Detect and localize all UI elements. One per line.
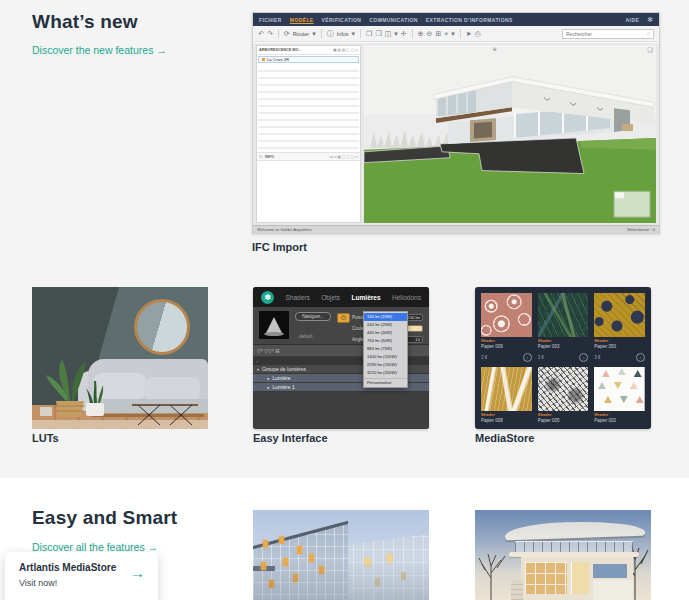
caret-down-icon[interactable]: ▾ bbox=[352, 30, 356, 37]
menu-aide[interactable]: AIDE bbox=[626, 17, 640, 23]
3d-viewport[interactable]: ⊕ bbox=[364, 45, 656, 223]
menu-extraction[interactable]: EXTRACTION D'INFORMATIONS bbox=[426, 17, 513, 23]
redo-icon[interactable]: ↷ bbox=[267, 30, 273, 37]
tree-panel-icons[interactable]: ▦ ▧ ▨ ▢ ▢ ▭ bbox=[333, 48, 358, 52]
building-photo[interactable] bbox=[253, 510, 429, 600]
info-icon[interactable]: ⓘ bbox=[327, 30, 334, 37]
tile-meta: 3 € ↓ bbox=[538, 351, 589, 364]
wallpaper-swatch bbox=[594, 293, 645, 337]
target-icon[interactable]: ⌖ bbox=[444, 30, 448, 37]
tab-shaders[interactable]: Shaders bbox=[286, 294, 310, 301]
bullet-icon: ● bbox=[267, 385, 269, 390]
light-preview bbox=[259, 311, 289, 339]
caret-down-icon[interactable]: ▾ bbox=[394, 30, 398, 37]
menu-fichier[interactable]: FICHIER bbox=[259, 17, 282, 23]
browse-button[interactable]: Naviguer... bbox=[295, 312, 331, 321]
toolbar-divider bbox=[460, 29, 461, 38]
tab-objets[interactable]: Objets bbox=[321, 294, 340, 301]
status-bar: Welcome to Galibri Anywhere Sélectionné … bbox=[253, 225, 659, 233]
power-button[interactable]: ⏻ bbox=[337, 313, 350, 323]
dropdown-option[interactable]: 750 lm (60W) bbox=[364, 337, 407, 345]
toast-title: Artlantis MediaStore bbox=[19, 562, 116, 573]
mediastore-tile[interactable]: Shader Papier 050 3 € ↓ bbox=[594, 293, 645, 367]
tile-name: Papier 003 bbox=[538, 344, 589, 349]
zoom-fit-icon[interactable]: ⊞ bbox=[435, 30, 441, 37]
mediastore-toast[interactable]: Artlantis MediaStore Visit now! → bbox=[5, 552, 158, 600]
tile-name: Papier 005 bbox=[538, 418, 589, 423]
dropdown-option[interactable]: 1400 lm (100W) bbox=[364, 353, 407, 361]
whats-new-link[interactable]: Discover the new features → bbox=[32, 44, 167, 56]
wallpaper-swatch bbox=[594, 367, 645, 411]
zoom-in-icon[interactable]: ⊕ bbox=[418, 30, 424, 37]
house-photo[interactable] bbox=[475, 510, 651, 600]
caret-down-icon[interactable]: ▾ bbox=[312, 30, 316, 37]
panel-toggle-icon[interactable]: ❏ bbox=[648, 46, 653, 53]
3d-building-render bbox=[364, 45, 656, 223]
tree-rows bbox=[258, 65, 359, 151]
search-input[interactable] bbox=[566, 31, 645, 37]
dusk-tint bbox=[475, 510, 651, 600]
dropdown-option[interactable]: 440 lm (40W) bbox=[364, 329, 407, 337]
caret-down-icon[interactable]: ▾ bbox=[451, 30, 455, 37]
tile-name: Papier 008 bbox=[481, 418, 532, 423]
search-box: ⌕ bbox=[562, 29, 654, 39]
tab-heliodons[interactable]: Héliodons bbox=[392, 294, 421, 301]
pointer-icon[interactable]: ➤ bbox=[466, 30, 472, 37]
mediastore-grid: Shader Papier 009 3 € ↓ Shader Papier 00… bbox=[481, 293, 645, 423]
whats-new-section: What’s new Discover the new features → F… bbox=[0, 0, 689, 478]
power-icon: ⏻ bbox=[341, 315, 346, 321]
download-icon[interactable]: ↓ bbox=[579, 353, 588, 362]
cube-view-icon[interactable]: ❐ bbox=[366, 30, 372, 37]
tile-meta: 3 € ↓ bbox=[481, 351, 532, 364]
round-mirror bbox=[134, 299, 190, 355]
model-tree-panel: ARBORESCENCE MO... ▦ ▧ ▨ ▢ ▢ ▭ La Croix … bbox=[256, 45, 361, 223]
mediastore-tile[interactable]: Shader Papier 005 bbox=[538, 367, 589, 423]
info-panel-icons[interactable]: ◂ ▸ ▾ ▦ ▢ ▢ ▢ ▭ bbox=[329, 155, 358, 159]
toast-subtitle[interactable]: Visit now! bbox=[19, 578, 57, 588]
dropdown-option[interactable]: 240 lm (25W) bbox=[364, 321, 407, 329]
luts-thumbnail[interactable] bbox=[32, 287, 208, 429]
router-dropdown[interactable]: Router bbox=[293, 31, 310, 37]
whats-new-title: What’s new bbox=[32, 11, 138, 33]
wallpaper-swatch bbox=[538, 293, 589, 337]
power-dropdown: 130 lm (15W) 240 lm (25W) 440 lm (40W) 7… bbox=[363, 311, 408, 388]
ifc-import-screenshot[interactable]: FICHIER MODÈLE VÉRIFICATION COMMUNICATIO… bbox=[252, 12, 660, 234]
tree-item[interactable]: La Croix 2R bbox=[258, 56, 359, 63]
mediastore-tile[interactable]: Shader Papier 009 3 € ↓ bbox=[481, 293, 532, 367]
sync-icon[interactable]: ⟳ bbox=[284, 30, 290, 37]
easy-interface-screenshot[interactable]: ✽ Shaders Objets Lumières Héliodons Navi… bbox=[253, 287, 429, 429]
tab-lumieres[interactable]: Lumières bbox=[352, 294, 381, 301]
toolbar-divider bbox=[321, 29, 322, 38]
download-icon[interactable]: ↓ bbox=[523, 353, 532, 362]
dropdown-option[interactable]: 2290 lm (150W) bbox=[364, 361, 407, 369]
toolbar-divider bbox=[278, 29, 279, 38]
dropdown-option[interactable]: 880 lm (75W) bbox=[364, 345, 407, 353]
cube-hide-icon[interactable]: ◫ bbox=[385, 30, 392, 37]
undo-icon[interactable]: ↶ bbox=[258, 30, 264, 37]
bim-app-logo-icon: ✻ bbox=[647, 16, 653, 23]
easy-interface-caption: Easy Interface bbox=[253, 432, 328, 444]
mediastore-tile[interactable]: Shader Papier 008 bbox=[481, 367, 532, 423]
selection-count: Sélectionné : 0 bbox=[627, 227, 655, 232]
tile-price: 3 € bbox=[481, 355, 487, 360]
dropdown-option[interactable]: 130 lm (15W) bbox=[364, 313, 407, 321]
download-icon[interactable]: ↓ bbox=[636, 353, 645, 362]
menu-modele[interactable]: MODÈLE bbox=[290, 17, 314, 23]
dropdown-option-custom[interactable]: Personnalisé bbox=[364, 378, 407, 386]
infos-dropdown[interactable]: Infos bbox=[337, 31, 349, 37]
axes-icon[interactable]: ✛ bbox=[401, 30, 407, 37]
light-type-icons[interactable]: ▽° ▽▽° ⊟ bbox=[257, 348, 280, 354]
sofa-cushion bbox=[144, 377, 200, 401]
dropdown-option[interactable]: 3220 lm (200W) bbox=[364, 369, 407, 377]
mediastore-tile[interactable]: Shader Papier 003 3 € ↓ bbox=[538, 293, 589, 367]
arrow-right-icon[interactable]: → bbox=[130, 564, 145, 581]
cube-section-icon[interactable]: ❒ bbox=[375, 30, 381, 37]
mediastore-screenshot[interactable]: Shader Papier 009 3 € ↓ Shader Papier 00… bbox=[475, 287, 651, 429]
mediastore-tile[interactable]: Shader Papier 002 bbox=[594, 367, 645, 423]
print-icon[interactable]: ⎙ bbox=[475, 30, 481, 37]
angle-label: Angle bbox=[352, 337, 364, 342]
menu-communication[interactable]: COMMUNICATION bbox=[369, 17, 417, 23]
zoom-out-icon[interactable]: ⊖ bbox=[427, 30, 433, 37]
tile-price: 3 € bbox=[594, 355, 600, 360]
menu-verification[interactable]: VÉRIFICATION bbox=[322, 17, 362, 23]
